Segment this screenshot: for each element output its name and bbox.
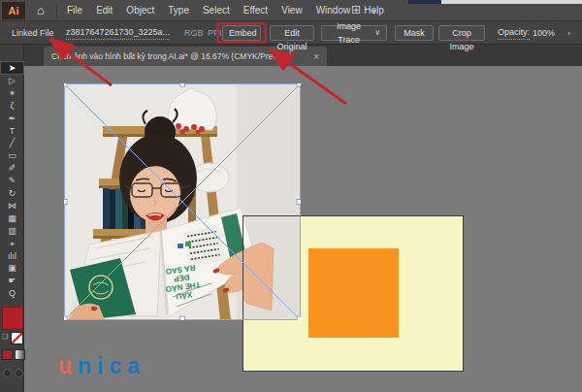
rectangle-tool[interactable]: ▭ xyxy=(1,149,23,161)
menu-item-edit[interactable]: Edit xyxy=(89,0,119,21)
unica-letters-nica: nica xyxy=(78,353,146,378)
chevron-down-icon: ∨ xyxy=(374,26,380,40)
placed-photo[interactable]: XẤU THẾ NÀO ĐẸP RA SAO xyxy=(64,83,301,320)
menu-item-effect[interactable]: Effect xyxy=(237,0,275,21)
hand-tool[interactable]: ☛ xyxy=(1,275,23,286)
opacity-panel-chevron-icon[interactable]: › xyxy=(567,21,570,45)
image-trace-dropdown[interactable]: Image Trace ∨ xyxy=(321,25,387,41)
direct-selection-tool[interactable]: ▷ xyxy=(1,75,23,86)
selection-tool[interactable]: ➤ xyxy=(1,62,23,74)
canvas-area[interactable]: XẤU THẾ NÀO ĐẸP RA SAO xyxy=(24,66,582,392)
stroke-none-swatch[interactable] xyxy=(11,332,23,344)
draw-behind-mode-button[interactable] xyxy=(15,369,23,377)
window-edge-strip-light xyxy=(441,0,582,4)
swap-fill-stroke-icon[interactable]: ❏ xyxy=(2,333,8,341)
menu-item-select[interactable]: Select xyxy=(196,0,237,21)
control-bar: Linked File z3817647261730_3225a... RGB … xyxy=(0,21,582,45)
linked-file-label: Linked File xyxy=(12,21,54,45)
edit-original-button[interactable]: Edit Original xyxy=(270,25,314,41)
menu-divider xyxy=(56,3,57,18)
pen-tool[interactable]: ✒ xyxy=(1,113,23,124)
tools-panel: ➤▷✶ζ✒T╱▭✐✎↻⋈▦▥⌖ılıl▣☛Q ❏ xyxy=(0,45,24,392)
illustrator-logo[interactable]: Ai xyxy=(2,2,25,19)
pencil-tool[interactable]: ✎ xyxy=(1,175,23,186)
image-trace-label: Image Trace xyxy=(328,19,370,47)
window-edge-strip-dark xyxy=(408,0,441,4)
column-graph-tool[interactable]: ılıl xyxy=(1,250,23,262)
document-title: Chèn ảnh vào hình bất kỳ trong AI.ai* @ … xyxy=(51,51,292,61)
menu-item-type[interactable]: Type xyxy=(161,0,196,21)
type-tool[interactable]: T xyxy=(1,125,23,137)
opacity-value[interactable]: 100% xyxy=(533,21,555,45)
lasso-tool[interactable]: ζ xyxy=(1,100,23,112)
workspace-switcher-icon[interactable]: ⊞ xyxy=(351,4,366,16)
menu-item-object[interactable]: Object xyxy=(119,0,161,21)
home-icon[interactable]: ⌂ xyxy=(29,1,52,20)
menu-items: FileEditObjectTypeSelectEffectViewWindow… xyxy=(60,0,391,21)
rotate-tool[interactable]: ↻ xyxy=(1,187,23,199)
crop-image-button[interactable]: Crop Image xyxy=(438,25,485,41)
illustrator-window: Ai ⌂ FileEditObjectTypeSelectEffectViewW… xyxy=(0,0,582,392)
menu-bar: Ai ⌂ FileEditObjectTypeSelectEffectViewW… xyxy=(0,0,582,21)
line-segment-tool[interactable]: ╱ xyxy=(1,137,23,148)
menu-item-window[interactable]: Window xyxy=(309,0,358,21)
chevron-down-icon[interactable]: ⌄ xyxy=(370,3,378,16)
color-mode-label: RGB xyxy=(184,21,204,45)
opacity-label[interactable]: Opacity: xyxy=(498,26,530,40)
gradient-tool[interactable]: ▥ xyxy=(1,225,23,237)
mesh-tool[interactable]: ▦ xyxy=(1,212,23,224)
gradient-chip[interactable] xyxy=(15,349,25,360)
fill-color-swatch[interactable] xyxy=(2,307,23,330)
menu-item-view[interactable]: View xyxy=(275,0,309,21)
draw-normal-mode-button[interactable] xyxy=(3,369,12,377)
linked-filename-link[interactable]: z3817647261730_3225a... xyxy=(66,26,170,40)
artboard-tool[interactable]: ▣ xyxy=(1,262,23,274)
embed-button[interactable]: Embed xyxy=(222,25,261,41)
magic-wand-tool[interactable]: ✶ xyxy=(1,87,23,99)
zoom-tool[interactable]: Q xyxy=(1,287,23,299)
unica-watermark: unica xyxy=(58,353,146,379)
width-tool[interactable]: ⋈ xyxy=(1,200,23,212)
menu-item-file[interactable]: File xyxy=(60,0,89,21)
close-icon[interactable]: × xyxy=(313,51,319,62)
unica-letter-u: u xyxy=(58,353,78,378)
eyedropper-tool[interactable]: ⌖ xyxy=(1,238,23,249)
paintbrush-tool[interactable]: ✐ xyxy=(1,162,23,174)
orange-square-object[interactable] xyxy=(308,248,399,338)
mask-button[interactable]: Mask xyxy=(395,25,434,41)
color-chip[interactable] xyxy=(2,349,13,360)
